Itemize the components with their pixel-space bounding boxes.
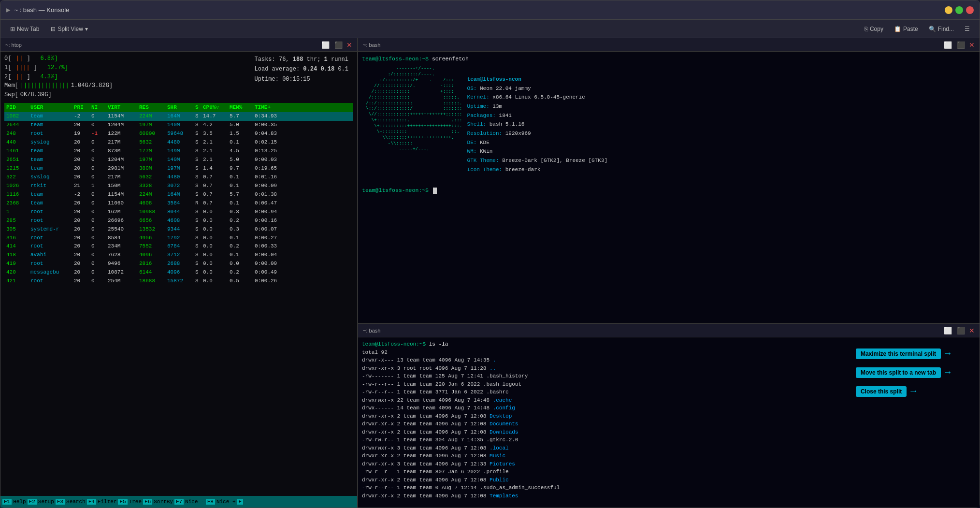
ls-line-local: drwxrwxr-x 3 team team 4096 Aug 7 12:08 … [362,444,976,452]
tooltip-move-tab-arrow: → [945,367,951,378]
split-view-label: Split View [58,26,83,32]
minimize-button[interactable] [945,6,952,14]
copy-label: Copy [870,26,883,32]
panel-top-right: ~: bash ⬜ ⬛ ✕ team@ltsfoss-neon:~$ scree… [358,38,980,324]
htop-panel-title: ~: htop [5,42,22,48]
cursor [433,188,437,194]
tooltip-maximize-label: Maximize this terminal split [856,348,941,359]
mem-row: Mem[ |||||||||||||| 1.04G/3.82G] [4,82,113,90]
ls-line-pictures: drwxr-xr-x 3 team team 4096 Aug 7 12:33 … [362,460,976,468]
copy-button[interactable]: ⎘ Copy [861,24,887,34]
htop-row-285: 285root2002669666564608S0.00.20:00.16 [4,217,353,225]
htop-row-1215: 1215team2002981M380M197MS1.49.70:19.65 [4,164,353,173]
htop-maximize-button[interactable]: ⬛ [333,41,344,49]
app-icon: ▶ [6,6,10,14]
htop-close-button[interactable]: ✕ [346,41,352,49]
htop-table-body: 1082 team -2 0 1154M 224M 164M S 14.7 5.… [4,112,353,286]
htop-row-2368: 2368team2001106046083584R0.70.10:00.47 [4,199,353,208]
panel-htop: ~: htop ⬜ ⬛ ✕ 0[ || [0,38,358,508]
ls-panel-title: ~: bash [363,328,380,334]
htop-row-419: 419root200949628162688S0.00.00:00.00 [4,260,353,268]
htop-row-316: 316root200858449561792S0.00.10:00.27 [4,234,353,243]
htop-row-420: 420messagebu2001087261444096S0.00.20:00.… [4,268,353,277]
screenfetch-prompt2: team@ltsfoss-neon:~$ [362,186,976,194]
panel-screenfetch: ~: bash ⬜ ⬛ ✕ team@ltsfoss-neon:~$ scree… [358,38,980,323]
htop-row-305: 305systemd-r20025540135329344S0.00.30:00… [4,225,353,234]
htop-cpu-mem: 0[ || ] 6.8%] 1[ |||| [4,55,113,100]
find-icon: 🔍 [929,26,936,32]
htop-row-1082: 1082 team -2 0 1154M 224M 164M S 14.7 5.… [4,112,353,121]
htop-footer: F1Help F2Setup F3Search F4Filter F5Tree … [0,496,357,508]
htop-row-1461: 1461team200873M177M149MS2.14.50:13.25 [4,147,353,156]
cpu-row-0: 0[ || ] 6.8%] [4,55,113,63]
ls-restore-button[interactable]: ⬜ [943,327,953,334]
htop-panel-controls: ⬜ ⬛ ✕ [320,41,352,49]
screenfetch-title: ~: bash [363,42,380,48]
split-view-arrow: ▾ [85,26,88,32]
copy-icon: ⎘ [865,26,868,32]
tooltip-maximize: Maximize this terminal split → [856,348,951,359]
panel-ls: ~: bash ⬜ ⬛ ✕ team@ltsfoss-neon:~$ ls -l… [358,324,980,508]
screenfetch-close-button[interactable]: ✕ [969,41,975,49]
new-tab-label: New Tab [17,26,39,32]
find-label: Find... [938,26,954,32]
split-view-button[interactable]: ⊟ Split View ▾ [47,24,91,34]
terminal-container: ~: htop ⬜ ⬛ ✕ 0[ || [0,38,980,508]
swp-row: Swp[ 0K/8.39G] [4,91,113,99]
titlebar-left: ▶ ~ : bash — Konsole [6,6,69,14]
cpu-row-2: 2[ || ] 4.3%] [4,73,113,81]
ls-line-public: drwxr-xr-x 2 team team 4096 Aug 7 12:08 … [362,476,976,484]
ls-line-desktop: drwxr-xr-x 2 team team 4096 Aug 7 12:08 … [362,412,976,421]
menu-icon: ☰ [965,26,970,32]
ls-line-profile: -rw-r--r-- 1 team team 807 Jan 6 2022 .p… [362,468,976,476]
cpu-row-1: 1[ |||| ] 12.7%] [4,64,113,72]
titlebar: ▶ ~ : bash — Konsole [0,0,980,20]
htop-restore-button[interactable]: ⬜ [320,41,331,49]
ls-line-templates: drwxr-xr-x 2 team team 4096 Aug 7 12:08 … [362,492,976,500]
panels-right: ~: bash ⬜ ⬛ ✕ team@ltsfoss-neon:~$ scree… [358,38,980,508]
maximize-button[interactable] [955,6,963,14]
htop-row-414: 414root200234M75526784S0.00.20:00.33 [4,242,353,251]
htop-row-522: 522syslog200217M56324480S0.70.10:01.16 [4,173,353,182]
screenfetch-maximize-button[interactable]: ⬛ [956,41,966,49]
tooltip-close-split-arrow: → [910,386,916,397]
ls-line-gtkrc: -rw-rw-r-- 1 team team 304 Aug 7 14:35 .… [362,436,976,444]
htop-content: 0[ || ] 6.8%] 1[ |||| [0,52,357,496]
split-view-icon: ⊟ [51,26,56,32]
htop-row-248: 248root19-1122M6080059648S3.51.50:04.83 [4,130,353,138]
htop-row-1: 1root200162M109888044S0.00.30:00.94 [4,208,353,217]
ls-panel-controls: ⬜ ⬛ ✕ [943,327,975,334]
tooltip-close-split-label: Close this split [856,386,907,397]
screenfetch-controls: ⬜ ⬛ ✕ [943,41,975,49]
close-button[interactable] [966,6,974,14]
htop-row-440: 440syslog200217M56324480S2.10.10:02.15 [4,138,353,147]
paste-label: Paste [903,26,918,32]
new-tab-icon: ⊞ [10,26,15,32]
ls-close-button[interactable]: ✕ [969,327,975,334]
htop-row-421: 421root200254M1868815872S0.00.50:00.26 [4,277,353,286]
ls-maximize-button[interactable]: ⬛ [956,327,966,334]
window-controls [945,6,974,14]
htop-table-header: PID USER PRI NI VIRT RES SHR S CPU%▽ MEM… [4,103,353,112]
screenfetch-output: -------+/----. :/:::::::::/----. :/:::::… [362,63,976,186]
ls-line-documents: drwxr-xr-x 2 team team 4096 Aug 7 12:08 … [362,420,976,428]
ls-line-downloads: drwxr-xr-x 2 team team 4096 Aug 7 12:08 … [362,428,976,436]
ls-line-sudo: -rw-r--r-- 1 team team 0 Aug 7 12:14 .su… [362,484,976,492]
tooltip-close-split: Close this split → [856,386,951,397]
menu-button[interactable]: ☰ [961,24,974,34]
tooltip-maximize-arrow: → [945,348,951,359]
htop-row-418: 418avahi200762840963712S0.00.10:00.04 [4,251,353,260]
ascii-art: -------+/----. :/:::::::::/----. :/:::::… [366,66,462,183]
paste-button[interactable]: 📋 Paste [890,24,922,34]
new-tab-button[interactable]: ⊞ New Tab [6,24,43,34]
find-button[interactable]: 🔍 Find... [925,24,958,34]
window-title: ~ : bash — Konsole [14,6,69,14]
paste-icon: 📋 [894,26,901,32]
screenfetch-restore-button[interactable]: ⬜ [943,41,953,49]
screenfetch-prompt-line: team@ltsfoss-neon:~$ screenfetch [362,55,976,63]
ls-prompt-line: team@ltsfoss-neon:~$ ls -la [362,340,976,348]
htop-task-info: Tasks: 76, 188 thr; 1 runni Load average… [255,55,348,100]
toolbar: ⊞ New Tab ⊟ Split View ▾ ⎘ Copy 📋 Paste … [0,20,980,38]
ls-panel-header: ~: bash ⬜ ⬛ ✕ [358,324,980,337]
tooltip-container: Maximize this terminal split → Move this… [856,348,951,397]
